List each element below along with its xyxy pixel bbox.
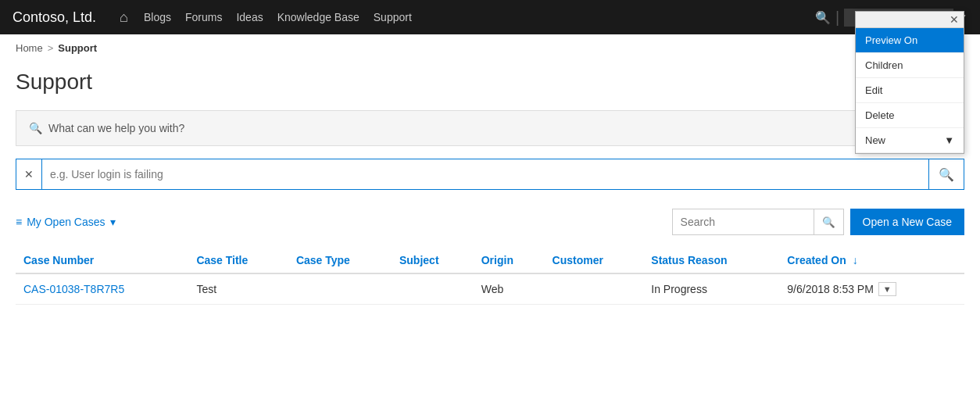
breadcrumb: Home > Support [0, 34, 980, 62]
preview-item-new[interactable]: New ▼ [856, 128, 964, 153]
cell-created-on: 9/6/2018 8:53 PM ▼ [779, 273, 964, 305]
breadcrumb-separator: > [48, 42, 54, 54]
brand-logo: Contoso, Ltd. [13, 9, 96, 26]
preview-item-preview-on[interactable]: Preview On [856, 28, 964, 53]
nav-knowledge-base[interactable]: Knowledge Base [277, 11, 359, 23]
search-input-row: ✕ 🔍 [16, 159, 964, 190]
preview-item-edit[interactable]: Edit [856, 78, 964, 103]
open-new-case-button[interactable]: Open a New Case [850, 209, 964, 235]
cases-table-header: Case Number Case Title Case Type Subject… [16, 248, 964, 273]
created-on-value: 9/6/2018 8:53 PM [787, 283, 874, 295]
nav-links: Blogs Forums Ideas Knowledge Base Suppor… [144, 11, 799, 23]
col-case-title[interactable]: Case Title [188, 248, 288, 273]
dropdown-arrow-icon: ▾ [110, 216, 116, 228]
search-go-button[interactable]: 🔍 [928, 159, 964, 189]
help-search-box: 🔍 What can we help you with? [16, 110, 964, 146]
help-search-icon: 🔍 [29, 122, 42, 134]
preview-close-button[interactable]: ✕ [948, 13, 960, 26]
cell-origin: Web [474, 273, 545, 305]
col-customer[interactable]: Customer [545, 248, 644, 273]
cell-case-title: Test [188, 273, 288, 305]
topnav-separator: | [835, 9, 839, 27]
col-created-on[interactable]: Created On ↓ [779, 248, 964, 273]
preview-panel: ✕ Preview On Children Edit Delete New ▼ [855, 11, 964, 154]
cell-subject [392, 273, 474, 305]
nav-ideas[interactable]: Ideas [236, 11, 263, 23]
case-number-link[interactable]: CAS-01038-T8R7R5 [23, 283, 124, 295]
cell-case-type [288, 273, 392, 305]
list-icon: ≡ [16, 216, 22, 228]
cases-toolbar: ≡ My Open Cases ▾ 🔍 Open a New Case [16, 209, 964, 235]
cases-right: 🔍 Open a New Case [672, 209, 964, 235]
sort-down-arrow: ↓ [853, 254, 858, 266]
status-dropdown-cell: In Progress [651, 283, 771, 295]
cell-case-number: CAS-01038-T8R7R5 [16, 273, 188, 305]
col-case-type[interactable]: Case Type [288, 248, 392, 273]
nav-home[interactable]: ⌂ [120, 9, 128, 26]
created-on-label: Created On [787, 254, 846, 266]
main-content: Support 🔍 What can we help you with? ✕ 🔍… [0, 62, 980, 313]
my-open-cases-button[interactable]: ≡ My Open Cases ▾ [16, 216, 116, 228]
nav-support[interactable]: Support [374, 11, 412, 23]
search-clear-button[interactable]: ✕ [16, 159, 42, 189]
col-case-number[interactable]: Case Number [16, 248, 188, 273]
created-on-dropdown-button[interactable]: ▼ [878, 282, 896, 296]
cases-table: Case Number Case Title Case Type Subject… [16, 248, 964, 305]
breadcrumb-current: Support [58, 42, 97, 54]
top-navigation: Contoso, Ltd. ⌂ Blogs Forums Ideas Knowl… [0, 0, 980, 34]
cell-status-reason: In Progress [643, 273, 779, 305]
status-reason-text: In Progress [651, 283, 707, 295]
col-subject[interactable]: Subject [392, 248, 474, 273]
topnav-search-icon[interactable]: 🔍 [815, 10, 831, 25]
col-origin[interactable]: Origin [474, 248, 545, 273]
cell-customer [545, 273, 644, 305]
my-open-cases-label: My Open Cases [27, 216, 105, 228]
table-row: CAS-01038-T8R7R5 Test Web In Progress 9/… [16, 273, 964, 305]
cases-table-body: CAS-01038-T8R7R5 Test Web In Progress 9/… [16, 273, 964, 305]
help-search-placeholder: What can we help you with? [48, 122, 184, 134]
preview-item-children[interactable]: Children [856, 53, 964, 78]
cases-search-input[interactable] [673, 209, 814, 234]
search-text-input[interactable] [42, 159, 928, 189]
breadcrumb-home[interactable]: Home [16, 42, 43, 54]
new-arrow-icon: ▼ [944, 134, 954, 146]
preview-panel-header: ✕ [856, 12, 964, 28]
new-label: New [865, 134, 885, 146]
cases-search-box: 🔍 [672, 209, 844, 235]
nav-forums[interactable]: Forums [185, 11, 222, 23]
cases-search-button[interactable]: 🔍 [814, 209, 843, 234]
preview-item-delete[interactable]: Delete [856, 103, 964, 128]
nav-blogs[interactable]: Blogs [144, 11, 171, 23]
col-status-reason[interactable]: Status Reason [643, 248, 779, 273]
page-title: Support [16, 70, 964, 95]
